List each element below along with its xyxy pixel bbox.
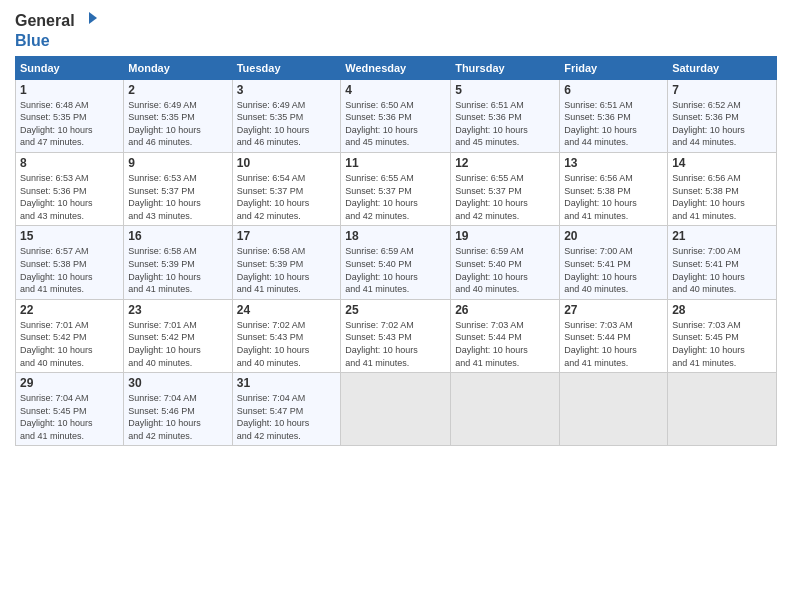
day-number: 22 — [20, 303, 119, 317]
calendar-cell: 20Sunrise: 7:00 AM Sunset: 5:41 PM Dayli… — [560, 226, 668, 299]
day-info: Sunrise: 6:55 AM Sunset: 5:37 PM Dayligh… — [345, 172, 446, 222]
day-info: Sunrise: 6:51 AM Sunset: 5:36 PM Dayligh… — [564, 99, 663, 149]
day-info: Sunrise: 6:58 AM Sunset: 5:39 PM Dayligh… — [237, 245, 337, 295]
calendar-cell: 22Sunrise: 7:01 AM Sunset: 5:42 PM Dayli… — [16, 299, 124, 372]
day-info: Sunrise: 6:53 AM Sunset: 5:36 PM Dayligh… — [20, 172, 119, 222]
day-info: Sunrise: 6:55 AM Sunset: 5:37 PM Dayligh… — [455, 172, 555, 222]
day-info: Sunrise: 7:03 AM Sunset: 5:44 PM Dayligh… — [564, 319, 663, 369]
day-info: Sunrise: 6:57 AM Sunset: 5:38 PM Dayligh… — [20, 245, 119, 295]
day-number: 20 — [564, 229, 663, 243]
day-info: Sunrise: 6:52 AM Sunset: 5:36 PM Dayligh… — [672, 99, 772, 149]
day-number: 15 — [20, 229, 119, 243]
day-info: Sunrise: 6:50 AM Sunset: 5:36 PM Dayligh… — [345, 99, 446, 149]
day-number: 7 — [672, 83, 772, 97]
calendar-cell: 16Sunrise: 6:58 AM Sunset: 5:39 PM Dayli… — [124, 226, 232, 299]
day-info: Sunrise: 6:56 AM Sunset: 5:38 PM Dayligh… — [672, 172, 772, 222]
day-number: 2 — [128, 83, 227, 97]
calendar-cell: 1Sunrise: 6:48 AM Sunset: 5:35 PM Daylig… — [16, 79, 124, 152]
day-info: Sunrise: 7:04 AM Sunset: 5:45 PM Dayligh… — [20, 392, 119, 442]
day-info: Sunrise: 7:02 AM Sunset: 5:43 PM Dayligh… — [237, 319, 337, 369]
calendar-cell: 19Sunrise: 6:59 AM Sunset: 5:40 PM Dayli… — [451, 226, 560, 299]
day-info: Sunrise: 7:03 AM Sunset: 5:44 PM Dayligh… — [455, 319, 555, 369]
day-number: 29 — [20, 376, 119, 390]
calendar-cell: 31Sunrise: 7:04 AM Sunset: 5:47 PM Dayli… — [232, 373, 341, 446]
day-number: 18 — [345, 229, 446, 243]
day-info: Sunrise: 6:51 AM Sunset: 5:36 PM Dayligh… — [455, 99, 555, 149]
calendar-cell: 4Sunrise: 6:50 AM Sunset: 5:36 PM Daylig… — [341, 79, 451, 152]
day-number: 28 — [672, 303, 772, 317]
day-number: 3 — [237, 83, 337, 97]
calendar-cell: 14Sunrise: 6:56 AM Sunset: 5:38 PM Dayli… — [668, 152, 777, 225]
day-number: 6 — [564, 83, 663, 97]
col-wednesday: Wednesday — [341, 56, 451, 79]
calendar-cell: 25Sunrise: 7:02 AM Sunset: 5:43 PM Dayli… — [341, 299, 451, 372]
day-info: Sunrise: 7:01 AM Sunset: 5:42 PM Dayligh… — [20, 319, 119, 369]
day-number: 30 — [128, 376, 227, 390]
day-number: 4 — [345, 83, 446, 97]
col-monday: Monday — [124, 56, 232, 79]
day-info: Sunrise: 6:58 AM Sunset: 5:39 PM Dayligh… — [128, 245, 227, 295]
day-info: Sunrise: 6:53 AM Sunset: 5:37 PM Dayligh… — [128, 172, 227, 222]
day-number: 14 — [672, 156, 772, 170]
calendar-cell: 5Sunrise: 6:51 AM Sunset: 5:36 PM Daylig… — [451, 79, 560, 152]
calendar-cell: 7Sunrise: 6:52 AM Sunset: 5:36 PM Daylig… — [668, 79, 777, 152]
col-friday: Friday — [560, 56, 668, 79]
day-number: 9 — [128, 156, 227, 170]
day-info: Sunrise: 6:49 AM Sunset: 5:35 PM Dayligh… — [128, 99, 227, 149]
day-number: 10 — [237, 156, 337, 170]
calendar-cell: 10Sunrise: 6:54 AM Sunset: 5:37 PM Dayli… — [232, 152, 341, 225]
calendar-cell: 8Sunrise: 6:53 AM Sunset: 5:36 PM Daylig… — [16, 152, 124, 225]
calendar-page: General Blue Sunday Monday Tuesday Wedne… — [0, 0, 792, 612]
calendar-cell: 3Sunrise: 6:49 AM Sunset: 5:35 PM Daylig… — [232, 79, 341, 152]
svg-marker-0 — [89, 12, 97, 24]
logo: General Blue — [15, 10, 99, 50]
logo-blue: Blue — [15, 32, 50, 50]
calendar-cell — [341, 373, 451, 446]
day-number: 13 — [564, 156, 663, 170]
day-info: Sunrise: 7:00 AM Sunset: 5:41 PM Dayligh… — [672, 245, 772, 295]
calendar-cell: 30Sunrise: 7:04 AM Sunset: 5:46 PM Dayli… — [124, 373, 232, 446]
col-thursday: Thursday — [451, 56, 560, 79]
day-number: 16 — [128, 229, 227, 243]
calendar-cell — [451, 373, 560, 446]
calendar-cell: 24Sunrise: 7:02 AM Sunset: 5:43 PM Dayli… — [232, 299, 341, 372]
calendar-cell: 29Sunrise: 7:04 AM Sunset: 5:45 PM Dayli… — [16, 373, 124, 446]
calendar-cell: 2Sunrise: 6:49 AM Sunset: 5:35 PM Daylig… — [124, 79, 232, 152]
day-number: 11 — [345, 156, 446, 170]
calendar-cell: 18Sunrise: 6:59 AM Sunset: 5:40 PM Dayli… — [341, 226, 451, 299]
logo-general: General — [15, 12, 75, 30]
day-info: Sunrise: 7:03 AM Sunset: 5:45 PM Dayligh… — [672, 319, 772, 369]
calendar-cell: 27Sunrise: 7:03 AM Sunset: 5:44 PM Dayli… — [560, 299, 668, 372]
calendar-week-2: 15Sunrise: 6:57 AM Sunset: 5:38 PM Dayli… — [16, 226, 777, 299]
day-info: Sunrise: 7:01 AM Sunset: 5:42 PM Dayligh… — [128, 319, 227, 369]
calendar-cell: 15Sunrise: 6:57 AM Sunset: 5:38 PM Dayli… — [16, 226, 124, 299]
day-info: Sunrise: 7:04 AM Sunset: 5:47 PM Dayligh… — [237, 392, 337, 442]
day-number: 27 — [564, 303, 663, 317]
calendar-cell: 28Sunrise: 7:03 AM Sunset: 5:45 PM Dayli… — [668, 299, 777, 372]
calendar-week-1: 8Sunrise: 6:53 AM Sunset: 5:36 PM Daylig… — [16, 152, 777, 225]
calendar-cell: 17Sunrise: 6:58 AM Sunset: 5:39 PM Dayli… — [232, 226, 341, 299]
day-info: Sunrise: 7:04 AM Sunset: 5:46 PM Dayligh… — [128, 392, 227, 442]
col-sunday: Sunday — [16, 56, 124, 79]
calendar-cell: 26Sunrise: 7:03 AM Sunset: 5:44 PM Dayli… — [451, 299, 560, 372]
day-number: 21 — [672, 229, 772, 243]
day-number: 5 — [455, 83, 555, 97]
day-number: 12 — [455, 156, 555, 170]
day-info: Sunrise: 6:48 AM Sunset: 5:35 PM Dayligh… — [20, 99, 119, 149]
col-saturday: Saturday — [668, 56, 777, 79]
calendar-table: Sunday Monday Tuesday Wednesday Thursday… — [15, 56, 777, 447]
day-number: 8 — [20, 156, 119, 170]
day-number: 23 — [128, 303, 227, 317]
day-number: 24 — [237, 303, 337, 317]
day-info: Sunrise: 6:54 AM Sunset: 5:37 PM Dayligh… — [237, 172, 337, 222]
day-number: 26 — [455, 303, 555, 317]
header: General Blue — [15, 10, 777, 50]
calendar-cell: 6Sunrise: 6:51 AM Sunset: 5:36 PM Daylig… — [560, 79, 668, 152]
header-row: Sunday Monday Tuesday Wednesday Thursday… — [16, 56, 777, 79]
calendar-cell: 12Sunrise: 6:55 AM Sunset: 5:37 PM Dayli… — [451, 152, 560, 225]
calendar-week-4: 29Sunrise: 7:04 AM Sunset: 5:45 PM Dayli… — [16, 373, 777, 446]
day-info: Sunrise: 7:00 AM Sunset: 5:41 PM Dayligh… — [564, 245, 663, 295]
day-number: 1 — [20, 83, 119, 97]
day-info: Sunrise: 7:02 AM Sunset: 5:43 PM Dayligh… — [345, 319, 446, 369]
calendar-cell: 9Sunrise: 6:53 AM Sunset: 5:37 PM Daylig… — [124, 152, 232, 225]
